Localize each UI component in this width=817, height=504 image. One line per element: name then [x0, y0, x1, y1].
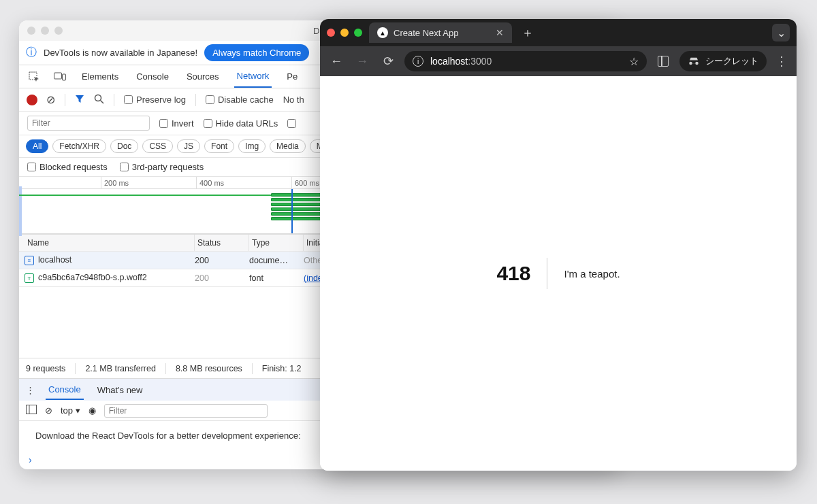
tab-close-icon[interactable]: ✕	[496, 27, 504, 38]
console-clear-icon[interactable]: ⊘	[45, 405, 52, 416]
zoom-icon[interactable]	[354, 29, 362, 37]
tab-network[interactable]: Network	[234, 65, 272, 88]
incognito-icon	[688, 55, 700, 67]
close-icon[interactable]	[27, 27, 35, 35]
chrome-toolbar: ← → ⟳ i localhost:3000 ☆ シークレット ⋮	[320, 46, 797, 76]
window-controls[interactable]	[327, 29, 362, 37]
live-expression-icon[interactable]: ◉	[89, 405, 96, 416]
close-icon[interactable]	[327, 29, 335, 37]
page-content: 418 I'm a teapot.	[320, 76, 797, 471]
extra-checkbox[interactable]	[287, 119, 296, 128]
font-icon: T	[25, 273, 34, 283]
tab-title: Create Next App	[394, 28, 458, 38]
incognito-indicator[interactable]: シークレット	[679, 51, 767, 71]
timeline-tick: 200 ms	[101, 177, 129, 188]
browser-tab[interactable]: ▲ Create Next App ✕	[369, 22, 512, 43]
col-name[interactable]: Name	[25, 235, 195, 251]
third-party-checkbox[interactable]: 3rd-party requests	[120, 162, 204, 172]
status-resources: 8.8 MB resources	[176, 364, 242, 373]
tabs-dropdown-button[interactable]: ⌄	[772, 24, 790, 41]
timeline-handle[interactable]	[19, 186, 22, 236]
col-type[interactable]: Type	[249, 235, 304, 251]
disable-cache-checkbox[interactable]: Disable cache	[206, 95, 274, 105]
type-js[interactable]: JS	[177, 139, 200, 153]
clear-button[interactable]: ⊘	[46, 93, 55, 106]
side-panel-button[interactable]	[654, 52, 673, 71]
filter-input[interactable]	[27, 116, 150, 131]
infobar-text: DevTools is now available in Japanese!	[44, 48, 197, 58]
device-icon[interactable]	[53, 72, 67, 82]
type-css[interactable]: CSS	[142, 139, 173, 153]
console-context[interactable]: top ▾	[61, 405, 80, 416]
svg-rect-5	[27, 405, 37, 414]
throttling-select[interactable]: No th	[283, 95, 304, 105]
forward-button[interactable]: →	[353, 52, 372, 71]
type-font[interactable]: Font	[204, 139, 234, 153]
error-message: I'm a teapot.	[564, 268, 620, 280]
status-finish: Finish: 1.2	[262, 364, 302, 373]
type-all[interactable]: All	[26, 139, 48, 153]
record-button[interactable]	[27, 95, 37, 105]
chrome-menu-button[interactable]: ⋮	[773, 54, 790, 69]
timeline-tick: 600 ms	[291, 177, 319, 188]
svg-rect-2	[63, 74, 66, 80]
timeline-tick: 400 ms	[196, 177, 224, 188]
tab-performance[interactable]: Pe	[284, 66, 300, 87]
inspect-icon[interactable]	[27, 71, 41, 82]
favicon-icon: ▲	[377, 27, 388, 38]
status-transferred: 2.1 MB transferred	[85, 364, 156, 373]
separator	[195, 94, 196, 106]
separator	[65, 94, 65, 106]
chrome-window: ▲ Create Next App ✕ ＋ ⌄ ← → ⟳ i localhos…	[320, 19, 797, 471]
invert-checkbox[interactable]: Invert	[159, 118, 194, 129]
preserve-log-checkbox[interactable]: Preserve log	[124, 95, 186, 105]
type-media[interactable]: Media	[270, 139, 306, 153]
document-icon: ≡	[25, 256, 34, 265]
tab-console[interactable]: Console	[133, 66, 172, 87]
address-bar[interactable]: i localhost:3000 ☆	[404, 51, 647, 71]
type-fetch[interactable]: Fetch/XHR	[52, 139, 106, 153]
drawer-tab-console[interactable]: Console	[46, 380, 84, 400]
url-path: :3000	[468, 56, 492, 67]
error-separator	[547, 258, 547, 289]
separator	[114, 94, 114, 106]
type-img[interactable]: Img	[238, 139, 266, 153]
blocked-requests-checkbox[interactable]: Blocked requests	[27, 162, 108, 172]
new-tab-button[interactable]: ＋	[519, 24, 536, 41]
error-code: 418	[496, 262, 530, 285]
console-filter-input[interactable]	[104, 404, 268, 418]
svg-rect-1	[54, 73, 62, 79]
window-controls[interactable]	[27, 27, 63, 35]
col-status[interactable]: Status	[195, 235, 249, 251]
hide-data-urls-checkbox[interactable]: Hide data URLs	[204, 118, 278, 129]
url-host: localhost	[430, 56, 468, 67]
type-doc[interactable]: Doc	[110, 139, 138, 153]
search-icon[interactable]	[94, 94, 104, 106]
status-requests: 9 requests	[26, 364, 65, 373]
reload-button[interactable]: ⟳	[379, 52, 398, 71]
back-button[interactable]: ←	[327, 52, 346, 71]
drawer-menu-icon[interactable]: ⋮	[26, 385, 35, 395]
error-block: 418 I'm a teapot.	[496, 258, 620, 289]
bookmark-icon[interactable]: ☆	[629, 55, 639, 68]
minimize-icon[interactable]	[340, 29, 349, 37]
svg-line-4	[101, 100, 104, 103]
chrome-tabstrip: ▲ Create Next App ✕ ＋ ⌄	[320, 19, 797, 46]
tab-elements[interactable]: Elements	[79, 66, 121, 87]
infobar-button[interactable]: Always match Chrome	[204, 44, 309, 61]
site-info-icon[interactable]: i	[413, 56, 423, 67]
timeline-cursor[interactable]	[291, 189, 293, 233]
zoom-icon[interactable]	[54, 27, 63, 35]
incognito-label: シークレット	[705, 55, 758, 67]
filter-icon[interactable]	[75, 94, 84, 105]
tab-sources[interactable]: Sources	[184, 66, 222, 87]
console-sidebar-icon[interactable]	[26, 405, 37, 416]
drawer-tab-whatsnew[interactable]: What's new	[95, 381, 146, 399]
svg-point-3	[95, 95, 101, 101]
minimize-icon[interactable]	[41, 27, 49, 35]
info-icon: ⓘ	[26, 46, 37, 60]
